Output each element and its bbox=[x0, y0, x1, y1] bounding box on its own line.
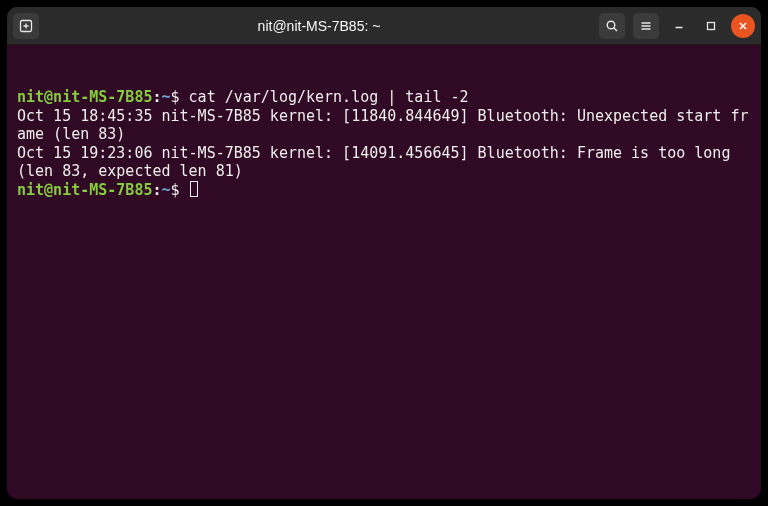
svg-line-4 bbox=[614, 28, 617, 31]
hamburger-menu-button[interactable] bbox=[633, 13, 659, 39]
svg-rect-9 bbox=[708, 22, 715, 29]
prompt-path: ~ bbox=[162, 88, 171, 106]
close-button[interactable] bbox=[731, 14, 755, 38]
prompt-user-host: nit@nit-MS-7B85 bbox=[17, 181, 152, 199]
search-button[interactable] bbox=[599, 13, 625, 39]
titlebar: nit@nit-MS-7B85: ~ bbox=[7, 7, 761, 45]
minimize-button[interactable] bbox=[667, 14, 691, 38]
new-tab-button[interactable] bbox=[13, 13, 39, 39]
svg-point-3 bbox=[607, 21, 615, 29]
terminal-body[interactable]: nit@nit-MS-7B85:~$ cat /var/log/kern.log… bbox=[7, 45, 761, 242]
prompt-user-host: nit@nit-MS-7B85 bbox=[17, 88, 152, 106]
output-line-2: Oct 15 19:23:06 nit-MS-7B85 kernel: [140… bbox=[17, 144, 751, 181]
prompt-dollar: $ bbox=[171, 181, 180, 199]
window-title: nit@nit-MS-7B85: ~ bbox=[258, 18, 381, 34]
prompt-separator: : bbox=[152, 88, 161, 106]
prompt-line-2: nit@nit-MS-7B85:~$ bbox=[17, 181, 751, 200]
prompt-dollar: $ bbox=[171, 88, 180, 106]
prompt-line-1: nit@nit-MS-7B85:~$ cat /var/log/kern.log… bbox=[17, 88, 751, 107]
terminal-window: nit@nit-MS-7B85: ~ bbox=[7, 7, 761, 499]
cursor bbox=[190, 181, 198, 197]
maximize-button[interactable] bbox=[699, 14, 723, 38]
prompt-path: ~ bbox=[162, 181, 171, 199]
prompt-separator: : bbox=[152, 181, 161, 199]
output-line-1: Oct 15 18:45:35 nit-MS-7B85 kernel: [118… bbox=[17, 107, 751, 144]
command-text: cat /var/log/kern.log | tail -2 bbox=[180, 88, 469, 106]
